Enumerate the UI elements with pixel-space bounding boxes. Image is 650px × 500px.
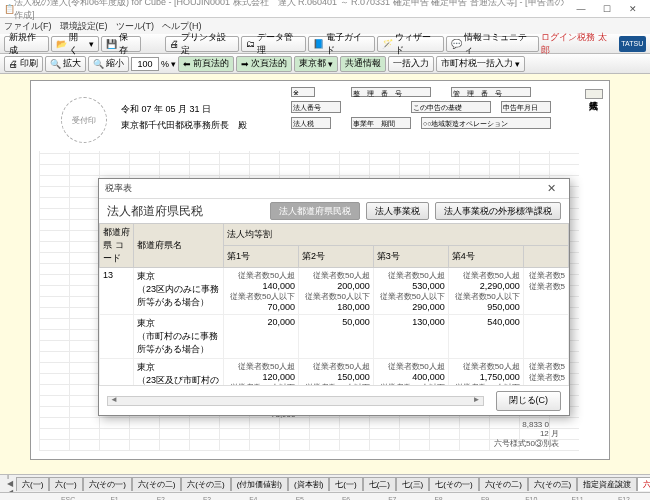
sheet-tab[interactable]: 六(その三) [181,477,230,491]
form-number-label: 第六号様式 [585,89,603,99]
table-row[interactable]: 13 東京 （23区内のみに事務所等がある場合） 従業者数50人超140,000… [100,268,569,315]
zoom-pct: % [161,59,169,69]
zoom-dropdown-icon[interactable]: ▾ [171,59,176,69]
batch-input-button[interactable]: 一括入力 [388,56,434,72]
window-title: 法人税の達人(令和06年度版) for Cube - [HOUJIN0001 株… [14,0,568,22]
common-info-button[interactable]: 共通情報 [340,56,386,72]
info-button[interactable]: 💬情報コミュニティ [446,36,540,52]
next-legal-button[interactable]: ➡次頁法的 [236,56,292,72]
print-button[interactable]: 🖨印刷 [4,56,43,72]
sheet-tabs: |◀ ◀ 六(一) 六(一) 六(その一) 六(その二) 六(その三) (付加価… [0,474,650,492]
toolbar-sub: 🖨印刷 🔍拡大 🔍縮小 % ▾ ⬅前頁法的 ➡次頁法的 東京都▾ 共通情報 一括… [0,54,650,74]
dialog-title: 法人都道府県民税 [107,203,203,220]
function-keys: 業務エリア ESC F1ヘルプ F2閉じる F3税率表 F4入力終 F5帳票切 … [0,492,650,500]
sheet-tab[interactable]: (資本割) [288,477,329,491]
app-icon: 📋 [4,4,14,14]
zoom-input[interactable] [131,57,159,71]
rate-table: 都道府県 コード 都道府県名 法人均等割 第1号第2号第3号第4号 13 東京 … [99,223,569,385]
table-row[interactable]: 東京 （23区及び市町村の両方に事務所等がある場合の、23区分） 従業者数50人… [100,359,569,386]
table-row[interactable]: 東京 （市町村のみに事務所等がある場合） 20,00050,000130,000… [100,315,569,359]
sheet-tab[interactable]: 六(一) [16,477,49,491]
workspace: 受付印 令和 07 年 05 月 31 日 東京都千代田都税事務所長 殿 第六号… [0,74,650,474]
tab-business-tax[interactable]: 法人事業税 [366,202,429,220]
zoom-in-button[interactable]: 🔍拡大 [45,56,86,72]
sheet-tab[interactable]: 七(二) [363,477,396,491]
sheet-tab[interactable]: 六(その三) [528,477,577,491]
receipt-stamp: 受付印 [61,97,107,143]
print-setup-button[interactable]: 🖨プリンタ設定 [165,36,239,52]
sheet-tab[interactable]: 六(その二) [479,477,528,491]
open-button[interactable]: 📂開く▾ [51,36,98,52]
form-date: 令和 07 年 05 月 31 日 [121,103,211,116]
h-scrollbar[interactable] [107,396,484,406]
sheet-tab[interactable]: 六(一) [49,477,82,491]
save-button[interactable]: 💾保存 [101,36,141,52]
sheet-tab[interactable]: 六(その二) [132,477,181,491]
toolbar-main: 新規作成 📂開く▾ 💾保存 🖨プリンタ設定 🗂データ管理 📘電子ガイド 🪄ウィザ… [0,34,650,54]
dialog-close-button[interactable]: 閉じる(C) [496,391,562,411]
sheet-tab[interactable]: 七(その一) [429,477,478,491]
tab-external-std[interactable]: 法人事業税の外形標準課税 [435,202,561,220]
city-batch-button[interactable]: 市町村税一括入力▾ [436,56,525,72]
sheet-tab[interactable]: 七(三) [396,477,429,491]
wizard-button[interactable]: 🪄ウィザード [377,36,444,52]
dialog-close-icon[interactable]: ✕ [539,181,563,197]
form-header: ※ 整 理 番 号 管 理 番 号 法人番号 この申告の基礎 申告年月日 法人税… [291,87,579,143]
tab-nav-first[interactable]: |◀ ◀ [4,474,16,492]
sheet-tab[interactable]: 六(その一) [83,477,132,491]
form-address: 東京都千代田都税事務所長 殿 [121,119,247,132]
max-button[interactable]: ☐ [594,1,620,17]
zoom-out-button[interactable]: 🔍縮小 [88,56,129,72]
data-mgmt-button[interactable]: 🗂データ管理 [241,36,306,52]
tab-prefectural-tax[interactable]: 法人都道府県民税 [270,202,360,220]
tokyo-button[interactable]: 東京都▾ [294,56,338,72]
sheet-tab-active[interactable]: 六発 [637,477,650,491]
sheet-tab[interactable]: 七(一) [329,477,362,491]
prev-legal-button[interactable]: ⬅前頁法的 [178,56,234,72]
brand-logo: TATSU [619,36,647,52]
new-button[interactable]: 新規作成 [4,36,49,52]
min-button[interactable]: — [568,1,594,17]
guide-button[interactable]: 📘電子ガイド [308,36,375,52]
tax-rate-dialog: 税率表 ✕ 法人都道府県民税 法人都道府県民税 法人事業税 法人事業税の外形標準… [98,178,570,416]
close-button[interactable]: ✕ [620,1,646,17]
login-user[interactable]: ログイン税務 太郎 [541,31,614,57]
sheet-tab[interactable]: (付加価値割) [231,477,288,491]
sheet-tab[interactable]: 指定資産譲渡 [577,477,637,491]
dialog-window-title: 税率表 [105,182,132,195]
